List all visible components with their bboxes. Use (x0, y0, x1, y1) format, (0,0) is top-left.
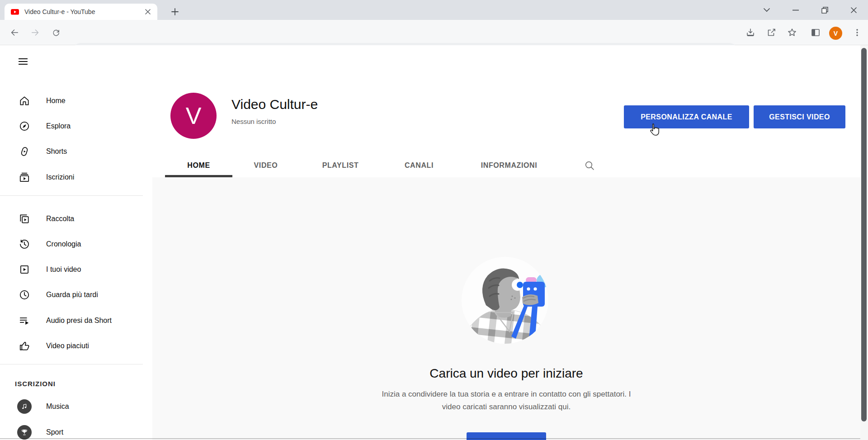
scrollbar-thumb[interactable] (861, 48, 867, 421)
sidebar-item-liked-videos[interactable]: Video piaciuti (0, 333, 152, 359)
browser-tab[interactable]: Video Cultur-e - YouTube (5, 4, 157, 20)
customize-channel-button[interactable]: PERSONALIZZA CANALE (624, 105, 749, 128)
tab-search-icon[interactable] (752, 0, 781, 20)
forward-icon[interactable] (29, 26, 42, 39)
channel-avatar-initial: V (186, 102, 202, 129)
shorts-audio-icon (19, 315, 30, 326)
sidebar-item-shorts-audio[interactable]: Audio presi da Short (0, 308, 152, 333)
back-icon[interactable] (8, 26, 21, 39)
sidebar-item-library[interactable]: Raccolta (0, 206, 152, 232)
page-scrollbar[interactable] (860, 45, 868, 440)
reload-icon[interactable] (50, 26, 62, 39)
sidebar-item-watch-later[interactable]: Guarda più tardi (0, 282, 152, 308)
sidebar-item-label: Iscrizioni (46, 173, 74, 181)
youtube-favicon (10, 7, 20, 17)
watch-later-icon (19, 289, 30, 301)
sidebar-item-label: Sport (46, 428, 63, 436)
sidebar-item-label: Raccolta (46, 215, 74, 223)
tab-close-icon[interactable] (144, 8, 152, 16)
close-window-button[interactable] (839, 0, 868, 20)
sidebar-item-label: I tuoi video (46, 265, 81, 274)
sidebar-item-label: Musica (46, 402, 69, 411)
channel-tab-informazioni[interactable]: INFORMAZIONI (457, 154, 561, 177)
subscriber-count: Nessun iscritto (231, 118, 276, 125)
compass-icon (19, 120, 30, 132)
empty-state-description-line: Inizia a condividere la tua storia e a e… (152, 388, 860, 401)
sidebar-item-label: Esplora (46, 122, 71, 130)
sidebar-item-label: Video piaciuti (46, 342, 89, 350)
channel-tabs: HOME VIDEO PLAYLIST CANALI INFORMAZIONI (165, 154, 595, 177)
sidebar-item-label: Shorts (46, 147, 67, 156)
new-tab-button[interactable] (168, 5, 182, 19)
sidebar-item-shorts[interactable]: Shorts (0, 139, 152, 164)
channel-tab-playlist[interactable]: PLAYLIST (299, 154, 382, 177)
upload-illustration (460, 255, 550, 345)
channel-header: V Video Cultur-e Nessun iscritto PERSONA… (152, 78, 860, 177)
library-icon (19, 213, 30, 225)
channel-name: Video Cultur-e (231, 97, 318, 112)
minimize-button[interactable] (781, 0, 810, 20)
browser-window: Video Cultur-e - YouTube (0, 0, 868, 440)
hamburger-menu-icon[interactable] (17, 56, 29, 67)
sidebar: Home Esplora Shorts Iscrizioni Raccol (0, 78, 152, 440)
sidebar-item-label: Guarda più tardi (46, 291, 98, 299)
empty-state-description-line: video caricati saranno visualizzati qui. (152, 401, 860, 413)
bottom-edge-line (0, 438, 860, 439)
channel-content-area: Carica un video per iniziare Inizia a co… (152, 177, 860, 440)
your-videos-icon (19, 264, 30, 275)
sidebar-item-subscription-musica[interactable]: Musica (0, 394, 152, 419)
manage-videos-button[interactable]: GESTISCI VIDEO (754, 105, 845, 128)
sidebar-item-subscription-sport[interactable]: Sport (0, 420, 152, 440)
sidebar-item-home[interactable]: Home (0, 88, 152, 114)
browser-profile-initial: V (834, 30, 838, 37)
tab-title: Video Cultur-e - YouTube (24, 8, 144, 15)
shorts-icon (19, 146, 30, 157)
subscriptions-icon (19, 171, 30, 183)
browser-toolbar: youtube.com/channel/UCLtQty7W1ROxHSNSICJ… (0, 20, 868, 45)
channel-avatar[interactable]: V (170, 93, 217, 139)
history-icon (19, 238, 30, 250)
restore-button[interactable] (810, 0, 839, 20)
sidebar-item-your-videos[interactable]: I tuoi video (0, 257, 152, 282)
home-icon (19, 95, 30, 107)
sidebar-item-subscriptions[interactable]: Iscrizioni (0, 165, 152, 190)
bookmark-star-icon[interactable] (787, 27, 797, 38)
empty-state-title: Carica un video per iniziare (152, 366, 860, 381)
sidebar-divider (0, 364, 143, 364)
share-icon[interactable] (766, 27, 777, 38)
install-icon[interactable] (745, 27, 756, 38)
music-channel-avatar (17, 399, 32, 414)
window-controls (752, 0, 868, 20)
channel-tab-video[interactable]: VIDEO (232, 154, 299, 177)
channel-search-icon[interactable] (584, 160, 595, 171)
youtube-header: YouTube IT V (0, 45, 868, 78)
sidebar-item-history[interactable]: Cronologia (0, 232, 152, 257)
sidebar-item-label: Audio presi da Short (46, 317, 112, 325)
side-panel-icon[interactable] (810, 27, 821, 38)
channel-tab-home[interactable]: HOME (165, 154, 232, 177)
sidebar-divider (0, 195, 143, 196)
thumbs-up-icon (19, 340, 30, 352)
sidebar-item-label: Cronologia (46, 240, 81, 248)
subscriptions-section-header: ISCRIZIONI (15, 380, 56, 388)
browser-tab-bar: Video Cultur-e - YouTube (0, 0, 868, 20)
channel-tab-canali[interactable]: CANALI (382, 154, 457, 177)
empty-state-description: Inizia a condividere la tua storia e a e… (152, 388, 860, 413)
sidebar-item-explore[interactable]: Esplora (0, 114, 152, 139)
browser-menu-icon[interactable] (852, 27, 863, 38)
sport-channel-avatar (17, 425, 32, 440)
sidebar-item-label: Home (46, 97, 66, 105)
browser-profile-avatar[interactable]: V (829, 27, 842, 40)
